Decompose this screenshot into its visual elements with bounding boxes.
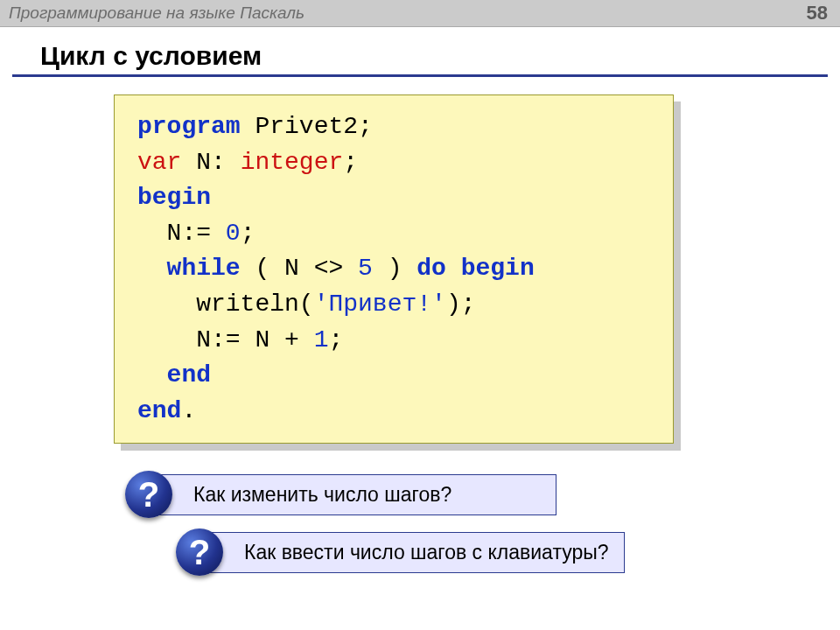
num-literal: 0 (226, 220, 241, 247)
num-literal: 5 (358, 255, 373, 282)
code-text: ; (343, 149, 358, 176)
page-number: 58 (807, 2, 828, 24)
title-rule (12, 74, 828, 77)
code-text (137, 361, 167, 388)
callout-text: Как изменить число шагов? (193, 483, 452, 506)
code-text: ; (328, 326, 343, 354)
kw-end-inner: end (167, 361, 211, 388)
str-literal: 'Привет!' (314, 290, 446, 318)
code-block: program Privet2; var N: integer; begin N… (114, 94, 674, 444)
slide-title: Цикл с условием (40, 41, 840, 71)
code-text: ( N <> (241, 255, 358, 282)
code-text: N: (181, 149, 240, 176)
code-text: N:= (137, 220, 226, 247)
course-title: Программирование на языке Паскаль (9, 4, 304, 23)
kw-while: while (167, 255, 241, 282)
callout-question-1: ? Как изменить число шагов? (149, 474, 556, 515)
code-text (137, 255, 167, 282)
question-mark-icon: ? (125, 471, 172, 518)
kw-program: program (137, 113, 241, 140)
code-text: Privet2; (241, 113, 373, 140)
code-text: ); (446, 290, 476, 318)
code-text (446, 255, 461, 282)
callout-text: Как ввести число шагов с клавиатуры? (244, 541, 609, 564)
code-text: N:= N + (137, 326, 314, 354)
code-text: ) (373, 255, 416, 282)
kw-begin: begin (137, 184, 211, 211)
code-text: writeln( (137, 290, 314, 318)
kw-end: end (137, 397, 181, 424)
code-box: program Privet2; var N: integer; begin N… (114, 94, 674, 444)
kw-integer: integer (241, 149, 344, 176)
callout-question-2: ? Как ввести число шагов с клавиатуры? (200, 532, 625, 573)
header-bar: Программирование на языке Паскаль 58 (0, 0, 840, 27)
question-mark-icon: ? (176, 528, 223, 576)
kw-do: do (416, 255, 446, 282)
code-text: . (181, 397, 196, 424)
num-literal: 1 (314, 326, 329, 354)
kw-var: var (137, 149, 181, 176)
code-text: ; (241, 220, 256, 247)
kw-begin-inner: begin (461, 255, 535, 282)
